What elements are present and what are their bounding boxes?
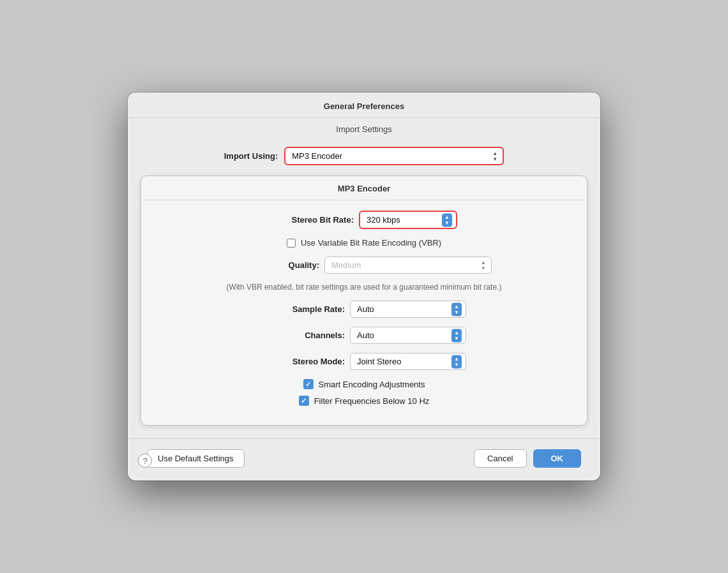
channels-wrapper: Auto Mono Stereo ▲ ▼ xyxy=(350,327,466,344)
import-using-select-wrapper: MP3 Encoder AAC Encoder AIFF Encoder App… xyxy=(284,147,504,165)
vbr-checkbox[interactable] xyxy=(287,239,296,248)
filter-frequencies-checkbox[interactable] xyxy=(299,396,309,406)
stereo-bit-rate-wrapper: 320 kbps 256 kbps 192 kbps 160 kbps 128 … xyxy=(359,211,457,229)
filter-frequencies-label: Filter Frequencies Below 10 Hz xyxy=(314,396,430,406)
mp3-encoder-content: Stereo Bit Rate: 320 kbps 256 kbps 192 k… xyxy=(141,200,587,425)
sample-rate-row: Sample Rate: Auto 44.100 kHz 48.000 kHz … xyxy=(160,301,568,318)
stereo-mode-arrows: ▲ ▼ xyxy=(451,355,462,368)
quality-select-wrapper: Medium Lowest Low High Highest ▲ ▼ xyxy=(324,257,492,274)
channels-arrows: ▲ ▼ xyxy=(451,329,462,342)
channels-row: Channels: Auto Mono Stereo ▲ ▼ xyxy=(160,327,568,344)
stereo-bit-rate-label: Stereo Bit Rate: xyxy=(271,215,354,225)
sample-rate-wrapper: Auto 44.100 kHz 48.000 kHz ▲ ▼ xyxy=(350,301,466,318)
cancel-button[interactable]: Cancel xyxy=(474,449,526,468)
smart-encoding-row: Smart Encoding Adjustments xyxy=(160,379,568,389)
stereo-mode-wrapper: Joint Stereo Normal Stereo ▲ ▼ xyxy=(350,353,466,370)
mp3-encoder-title: MP3 Encoder xyxy=(141,176,587,200)
quality-label: Quality: xyxy=(236,260,319,270)
window-title: General Preferences xyxy=(140,101,588,111)
general-preferences-dialog: General Preferences Import Settings Impo… xyxy=(128,93,600,480)
import-using-select[interactable]: MP3 Encoder AAC Encoder AIFF Encoder App… xyxy=(285,148,503,164)
help-button[interactable]: ? xyxy=(138,454,152,468)
smart-encoding-label: Smart Encoding Adjustments xyxy=(319,380,425,389)
ok-button[interactable]: OK xyxy=(533,449,582,468)
vbr-row: Use Variable Bit Rate Encoding (VBR) xyxy=(160,238,568,248)
sample-rate-label: Sample Rate: xyxy=(262,304,345,314)
titlebar: General Preferences xyxy=(128,93,600,118)
import-settings-label: Import Settings xyxy=(128,118,600,139)
sample-rate-select[interactable]: Auto 44.100 kHz 48.000 kHz xyxy=(351,301,466,317)
vbr-label: Use Variable Bit Rate Encoding (VBR) xyxy=(301,238,441,248)
stereo-mode-label: Stereo Mode: xyxy=(262,357,345,366)
channels-label: Channels: xyxy=(262,331,345,340)
bitrate-arrows: ▲ ▼ xyxy=(442,213,452,227)
stereo-mode-row: Stereo Mode: Joint Stereo Normal Stereo … xyxy=(160,353,568,370)
sample-rate-arrows: ▲ ▼ xyxy=(451,302,462,316)
channels-select[interactable]: Auto Mono Stereo xyxy=(351,327,466,343)
quality-select[interactable]: Medium Lowest Low High Highest xyxy=(325,257,491,273)
vbr-note: (With VBR enabled, bit rate settings are… xyxy=(160,283,568,292)
mp3-encoder-dialog: MP3 Encoder Stereo Bit Rate: 320 kbps 25… xyxy=(140,175,588,426)
stereo-bit-rate-row: Stereo Bit Rate: 320 kbps 256 kbps 192 k… xyxy=(160,211,568,229)
use-default-settings-button[interactable]: Use Default Settings xyxy=(147,449,245,468)
stereo-mode-select[interactable]: Joint Stereo Normal Stereo xyxy=(351,353,466,369)
bottom-buttons: Use Default Settings Cancel OK xyxy=(128,438,600,480)
import-using-label: Import Using: xyxy=(224,151,278,161)
right-buttons: Cancel OK xyxy=(474,449,581,468)
import-using-row: Import Using: MP3 Encoder AAC Encoder AI… xyxy=(128,139,600,175)
quality-row: Quality: Medium Lowest Low High Highest … xyxy=(160,257,568,274)
smart-encoding-checkbox[interactable] xyxy=(303,379,314,389)
filter-frequencies-row: Filter Frequencies Below 10 Hz xyxy=(160,396,568,406)
